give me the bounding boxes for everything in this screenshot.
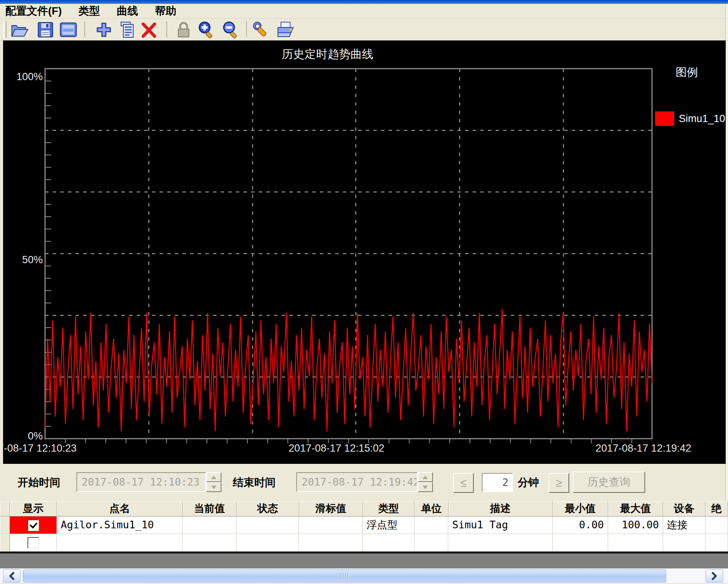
start-time-spinner[interactable]	[206, 472, 221, 492]
lock-button[interactable]	[174, 20, 194, 39]
x-axis-label-mid: 2017-08-17 12:15:02	[289, 442, 384, 454]
print-button[interactable]	[276, 20, 295, 39]
end-time-label: 结束时间	[233, 475, 276, 490]
delete-curve-button[interactable]	[139, 20, 159, 39]
window-title-strip	[0, 0, 728, 4]
cell-abs[interactable]	[705, 534, 728, 552]
menu-bar: 配置文件(F) 类型 曲线 帮助	[0, 4, 728, 19]
chevron-right-icon	[711, 572, 718, 580]
step-back-button[interactable]: ≤	[453, 473, 474, 493]
legend-title: 图例	[676, 65, 698, 80]
wrench-icon	[252, 20, 272, 40]
cell-status[interactable]	[237, 516, 299, 534]
start-time-input[interactable]: 2017-08-17 12:10:23	[76, 472, 206, 492]
scroll-right-button[interactable]	[705, 570, 723, 582]
thumb-grip-icon	[341, 573, 349, 579]
cell-status[interactable]	[237, 534, 299, 552]
column-header-current_value[interactable]: 当前值	[183, 501, 237, 516]
y-axis-label-100: 100%	[10, 71, 43, 83]
checkbox-checked[interactable]	[27, 520, 39, 531]
y-axis-label-50: 50%	[10, 254, 43, 266]
column-header-abs[interactable]: 绝	[705, 501, 728, 516]
cell-unit[interactable]	[415, 516, 449, 534]
plot-area[interactable]	[3, 40, 726, 464]
screen-image-icon	[59, 22, 77, 38]
column-header-device[interactable]: 设备	[663, 501, 705, 516]
menu-type[interactable]: 类型	[70, 4, 108, 18]
spin-up-icon[interactable]	[418, 472, 433, 482]
column-header-unit[interactable]: 单位	[415, 501, 449, 516]
column-header-point_name[interactable]: 点名	[57, 501, 183, 516]
cell-device[interactable]: 连接	[663, 516, 705, 534]
cell-point_name[interactable]	[57, 534, 182, 552]
add-curve-button[interactable]	[94, 20, 114, 39]
cell-cursor_value[interactable]	[299, 516, 363, 534]
table-row[interactable]: Agilor.Simu1_10浮点型Simu1 Tag0.00100.00连接	[0, 516, 728, 534]
scroll-left-button[interactable]	[3, 570, 21, 582]
zoom-in-button[interactable]	[196, 20, 216, 39]
zoom-out-button[interactable]	[221, 20, 241, 39]
spin-down-icon[interactable]	[418, 482, 433, 492]
cell-current_value[interactable]	[182, 534, 236, 552]
menu-config-file[interactable]: 配置文件(F)	[0, 4, 70, 18]
menu-curve[interactable]: 曲线	[108, 4, 147, 18]
cell-min[interactable]	[553, 534, 608, 552]
toolbar-separator	[246, 21, 247, 37]
horizontal-scrollbar[interactable]	[0, 568, 728, 583]
zoom-in-icon	[197, 20, 216, 39]
x-axis-label-start: 2017-08-17 12:10:23	[3, 442, 77, 454]
save-button[interactable]	[36, 20, 55, 39]
cell-point_name[interactable]: Agilor.Simu1_10	[57, 516, 182, 534]
menu-help[interactable]: 帮助	[147, 4, 185, 18]
column-header-max[interactable]: 最大值	[608, 501, 663, 516]
cell-type[interactable]	[363, 534, 414, 552]
open-file-button[interactable]	[10, 20, 29, 39]
column-header-description[interactable]: 描述	[449, 501, 553, 516]
interval-unit-label: 分钟	[518, 475, 539, 490]
legend-swatch	[655, 111, 674, 126]
show-checkbox-cell[interactable]	[10, 534, 57, 552]
x-axis-label-end: 2017-08-17 12:19:42	[596, 442, 691, 454]
cell-abs[interactable]	[705, 516, 728, 534]
cell-min[interactable]: 0.00	[553, 516, 608, 534]
interval-input[interactable]: 2	[482, 473, 513, 492]
toolbar-gripper[interactable]	[3, 21, 6, 37]
show-checkbox-cell[interactable]	[10, 516, 57, 534]
history-query-button[interactable]: 历史查询	[573, 471, 645, 493]
table-row[interactable]	[0, 534, 728, 552]
cell-current_value[interactable]	[182, 516, 236, 534]
cell-max[interactable]: 100.00	[608, 516, 663, 534]
open-folder-icon	[10, 22, 29, 38]
row-header[interactable]	[0, 516, 10, 534]
legend-series-name: Simu1_10	[679, 113, 725, 125]
cell-description[interactable]: Simu1 Tag	[448, 516, 552, 534]
cell-description[interactable]	[448, 534, 552, 552]
printer-icon	[276, 21, 295, 39]
spin-up-icon[interactable]	[206, 472, 221, 482]
delete-x-icon	[140, 21, 158, 39]
column-header-show[interactable]: 显示	[10, 501, 57, 516]
column-header-type[interactable]: 类型	[363, 501, 415, 516]
save-floppy-icon	[37, 21, 54, 38]
checkbox-unchecked[interactable]	[27, 537, 39, 549]
export-image-button[interactable]	[58, 20, 78, 39]
scrollbar-thumb[interactable]	[23, 570, 666, 582]
settings-button[interactable]	[252, 20, 272, 39]
row-header[interactable]	[0, 534, 10, 552]
trend-chart[interactable]: 历史定时趋势曲线 100% 50% 0% 2017-08-17 12:10:23…	[3, 40, 726, 464]
cell-cursor_value[interactable]	[299, 534, 363, 552]
step-forward-button[interactable]: ≥	[549, 473, 569, 493]
column-header-status[interactable]: 状态	[237, 501, 299, 516]
copy-curve-button[interactable]	[117, 20, 137, 39]
column-header-min[interactable]: 最小值	[553, 501, 608, 516]
end-time-input[interactable]: 2017-08-17 12:19:42	[296, 472, 418, 492]
chevron-left-icon	[8, 572, 15, 580]
spin-down-icon[interactable]	[206, 482, 221, 492]
cell-device[interactable]	[663, 534, 705, 552]
column-header-cursor_value[interactable]: 滑标值	[299, 501, 363, 516]
cell-max[interactable]	[608, 534, 663, 552]
cell-unit[interactable]	[415, 534, 449, 552]
cell-type[interactable]: 浮点型	[363, 516, 414, 534]
table-filler	[0, 553, 728, 568]
end-time-spinner[interactable]	[418, 472, 433, 492]
